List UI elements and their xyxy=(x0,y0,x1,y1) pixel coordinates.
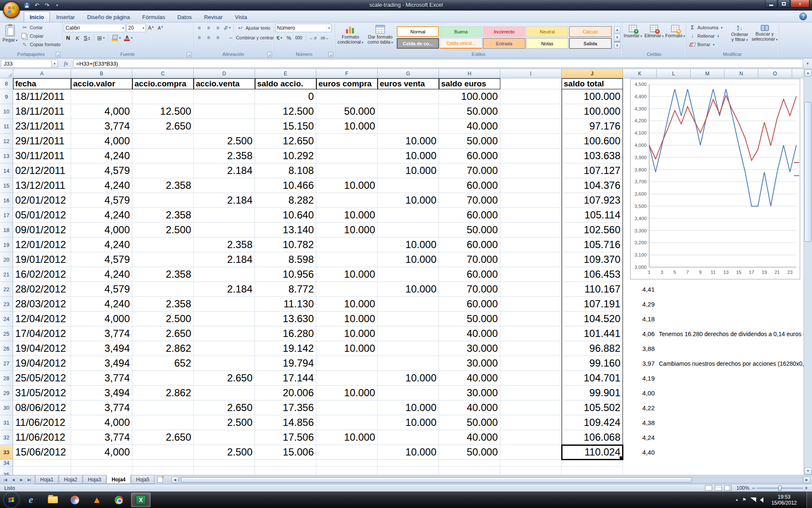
cell-K32[interactable]: 4,24 xyxy=(623,430,657,445)
cell-O26[interactable] xyxy=(758,341,792,356)
insert-sheet-button[interactable] xyxy=(155,475,165,484)
file-explorer-icon[interactable] xyxy=(43,493,63,507)
cell-B31[interactable]: 4,000 xyxy=(71,415,132,430)
cell-G30[interactable]: 10.000 xyxy=(378,400,439,415)
cell-O24[interactable] xyxy=(758,312,792,326)
cell-D13[interactable]: 2.358 xyxy=(194,149,255,163)
cell-style-incorrecto[interactable]: Incorrecto xyxy=(483,26,525,37)
cell-N23[interactable] xyxy=(724,297,758,312)
cell-style-notas[interactable]: Notas xyxy=(526,38,568,49)
row-header-35[interactable]: 35 xyxy=(0,467,13,475)
cell-J28[interactable]: 104.701 xyxy=(562,371,623,386)
cell-M34[interactable] xyxy=(691,460,724,467)
cell-H35[interactable] xyxy=(439,467,500,475)
cell-N25[interactable] xyxy=(724,326,758,341)
cell-H18[interactable]: 50.000 xyxy=(439,223,500,237)
cell-B16[interactable]: 4,579 xyxy=(71,193,132,208)
cell-D21[interactable] xyxy=(194,267,255,282)
cell-L27[interactable]: Cambiamos nuestros derechos por acciones… xyxy=(657,356,691,371)
cell-H26[interactable]: 30.000 xyxy=(439,341,500,356)
cell-A25[interactable]: 17/04/2012 xyxy=(13,326,71,341)
zoom-out-icon[interactable]: − xyxy=(752,485,755,491)
row-header-15[interactable]: 15 xyxy=(0,178,13,193)
grow-font-button[interactable]: A▲ xyxy=(147,24,156,32)
cell-E28[interactable]: 17.144 xyxy=(255,371,316,386)
cell-D26[interactable] xyxy=(194,341,255,356)
thousands-format-button[interactable]: 000 xyxy=(294,34,304,42)
cell-G19[interactable]: 10.000 xyxy=(378,237,439,252)
cell-G22[interactable]: 10.000 xyxy=(378,282,439,297)
cell-O22[interactable] xyxy=(758,282,792,297)
cell-O33[interactable] xyxy=(758,445,792,460)
column-header-E[interactable]: E xyxy=(255,69,316,78)
minimize-button[interactable] xyxy=(765,0,777,8)
paste-button[interactable]: Pegar xyxy=(2,24,18,51)
cell-G31[interactable]: 10.000 xyxy=(378,415,439,430)
cell-style-normal[interactable]: Normal xyxy=(397,26,439,37)
cell-B35[interactable] xyxy=(71,467,132,475)
cell-C12[interactable] xyxy=(132,134,194,149)
column-header-F[interactable]: F xyxy=(316,69,378,78)
zoom-slider[interactable]: − + xyxy=(752,485,808,491)
row-header-8[interactable]: 8 xyxy=(0,78,13,89)
volume-icon[interactable] xyxy=(760,497,763,502)
cell-F32[interactable]: 10.000 xyxy=(316,430,378,445)
cell-B17[interactable]: 4,240 xyxy=(71,208,132,223)
name-box-dropdown-icon[interactable]: ▾ xyxy=(52,59,58,68)
cell-N30[interactable] xyxy=(724,400,758,415)
row-header-19[interactable]: 19 xyxy=(0,237,13,252)
cell-D8[interactable]: accio.venta xyxy=(194,78,255,89)
cell-F21[interactable]: 10.000 xyxy=(316,267,378,282)
cell-F16[interactable] xyxy=(316,193,378,208)
cell-M31[interactable] xyxy=(691,415,724,430)
cell-N26[interactable] xyxy=(724,341,758,356)
cell-style-celda-vinculada[interactable]: Celda vincul... xyxy=(440,38,482,49)
cell-D20[interactable]: 2.184 xyxy=(194,252,255,267)
cell-F24[interactable]: 10.000 xyxy=(316,312,378,326)
cell-A16[interactable]: 02/01/2012 xyxy=(13,193,71,208)
page-break-view-button[interactable] xyxy=(724,485,732,491)
cell-G11[interactable] xyxy=(378,119,439,134)
column-header-B[interactable]: B xyxy=(71,69,132,78)
cell-G35[interactable] xyxy=(378,467,439,475)
cell-A28[interactable]: 25/05/2012 xyxy=(13,371,71,386)
cell-E12[interactable]: 12.650 xyxy=(255,134,316,149)
cell-E32[interactable]: 17.506 xyxy=(255,430,316,445)
cell-C32[interactable]: 2.650 xyxy=(132,430,194,445)
autosum-button[interactable]: ΣAutosuma xyxy=(688,24,727,31)
cell-A33[interactable]: 15/06/2012 xyxy=(13,445,71,460)
cell-B27[interactable]: 3,494 xyxy=(71,356,132,371)
sheet-tab-hoja3[interactable]: Hoja3 xyxy=(83,475,106,484)
cell-A12[interactable]: 29/11/2011 xyxy=(13,134,71,149)
cell-B13[interactable]: 4,240 xyxy=(71,149,132,163)
cell-H23[interactable]: 60.000 xyxy=(439,297,500,312)
cell-J12[interactable]: 100.600 xyxy=(562,134,623,149)
cell-F27[interactable] xyxy=(316,356,378,371)
format-painter-button[interactable]: ✎Copiar formato xyxy=(20,41,62,48)
cell-G12[interactable]: 10.000 xyxy=(378,134,439,149)
row-header-14[interactable]: 14 xyxy=(0,163,13,178)
cell-M33[interactable] xyxy=(691,445,724,460)
cell-M24[interactable] xyxy=(691,312,724,326)
cell-A13[interactable]: 30/11/2011 xyxy=(13,149,71,163)
cell-J34[interactable] xyxy=(562,460,623,467)
cell-N24[interactable] xyxy=(724,312,758,326)
cell-D27[interactable] xyxy=(194,356,255,371)
row-header-11[interactable]: 11 xyxy=(0,119,13,134)
column-header-G[interactable]: G xyxy=(378,69,439,78)
cell-I13[interactable] xyxy=(500,149,562,163)
cell-D24[interactable] xyxy=(194,312,255,326)
cell-G18[interactable] xyxy=(378,223,439,237)
cell-G15[interactable] xyxy=(378,178,439,193)
cell-N27[interactable] xyxy=(724,356,758,371)
cell-B25[interactable]: 3,774 xyxy=(71,326,132,341)
cell-I11[interactable] xyxy=(500,119,562,134)
cell-F9[interactable] xyxy=(316,89,378,104)
row-header-29[interactable]: 29 xyxy=(0,386,13,400)
tab-vista[interactable]: Vista xyxy=(229,11,253,22)
column-header-A[interactable]: A xyxy=(13,69,71,78)
cell-E22[interactable]: 8.772 xyxy=(255,282,316,297)
cell-J25[interactable]: 101.441 xyxy=(562,326,623,341)
cell-M23[interactable] xyxy=(691,297,724,312)
cell-E25[interactable]: 16.280 xyxy=(255,326,316,341)
